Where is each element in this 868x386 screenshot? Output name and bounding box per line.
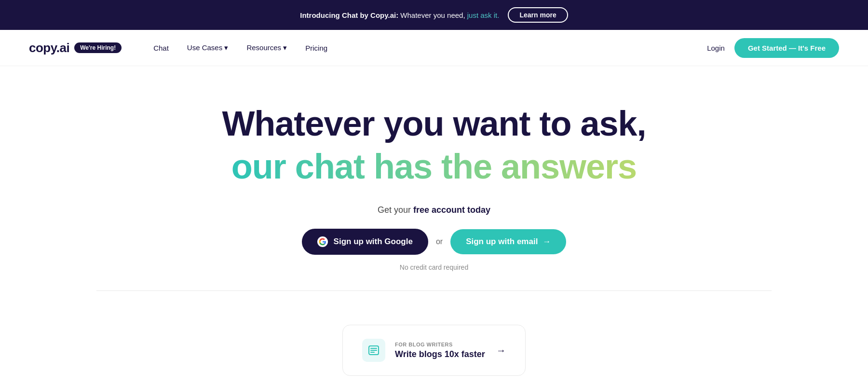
card-section: FOR BLOG WRITERS Write blogs 10x faster … <box>0 310 868 376</box>
login-button[interactable]: Login <box>707 44 725 52</box>
nav-chat[interactable]: Chat <box>146 40 176 56</box>
hiring-badge: We're Hiring! <box>74 42 122 53</box>
arrow-icon: → <box>542 237 551 247</box>
hero-section: Whatever you want to ask, our chat has t… <box>0 66 868 310</box>
learn-more-button[interactable]: Learn more <box>508 7 568 23</box>
feature-card-blog[interactable]: FOR BLOG WRITERS Write blogs 10x faster … <box>342 325 526 376</box>
card-text-content: FOR BLOG WRITERS Write blogs 10x faster <box>395 342 487 359</box>
banner-intro: Introducing Chat by Copy.ai: Whatever yo… <box>300 11 499 19</box>
signup-email-button[interactable]: Sign up with email → <box>450 229 566 254</box>
cta-row: Sign up with Google or Sign up with emai… <box>302 229 567 255</box>
card-arrow-icon: → <box>496 345 506 356</box>
hero-title-line2: our chat has the answers <box>231 148 637 186</box>
top-banner: Introducing Chat by Copy.ai: Whatever yo… <box>0 0 868 30</box>
hero-title-line1: Whatever you want to ask, <box>222 105 646 143</box>
get-started-button[interactable]: Get Started — It's Free <box>734 38 839 58</box>
nav-pricing[interactable]: Pricing <box>298 40 335 56</box>
nav-right: Login Get Started — It's Free <box>707 38 839 58</box>
logo[interactable]: copy.ai <box>29 41 69 55</box>
navbar: copy.ai We're Hiring! Chat Use Cases ▾ R… <box>0 30 868 66</box>
blog-card-icon <box>362 339 385 362</box>
google-icon <box>317 236 328 247</box>
no-credit-text: No credit card required <box>400 263 468 271</box>
nav-use-cases[interactable]: Use Cases ▾ <box>179 40 236 56</box>
or-separator: or <box>436 237 443 246</box>
section-divider <box>96 290 772 291</box>
card-title: Write blogs 10x faster <box>395 349 487 359</box>
blog-icon-svg <box>367 344 380 357</box>
signup-google-button[interactable]: Sign up with Google <box>302 229 428 255</box>
nav-links: Chat Use Cases ▾ Resources ▾ Pricing <box>146 40 707 56</box>
hero-description: Get your free account today <box>378 205 490 215</box>
logo-area: copy.ai We're Hiring! <box>29 41 122 55</box>
card-label: FOR BLOG WRITERS <box>395 342 487 347</box>
google-logo-svg <box>319 238 326 246</box>
nav-resources[interactable]: Resources ▾ <box>239 40 295 56</box>
